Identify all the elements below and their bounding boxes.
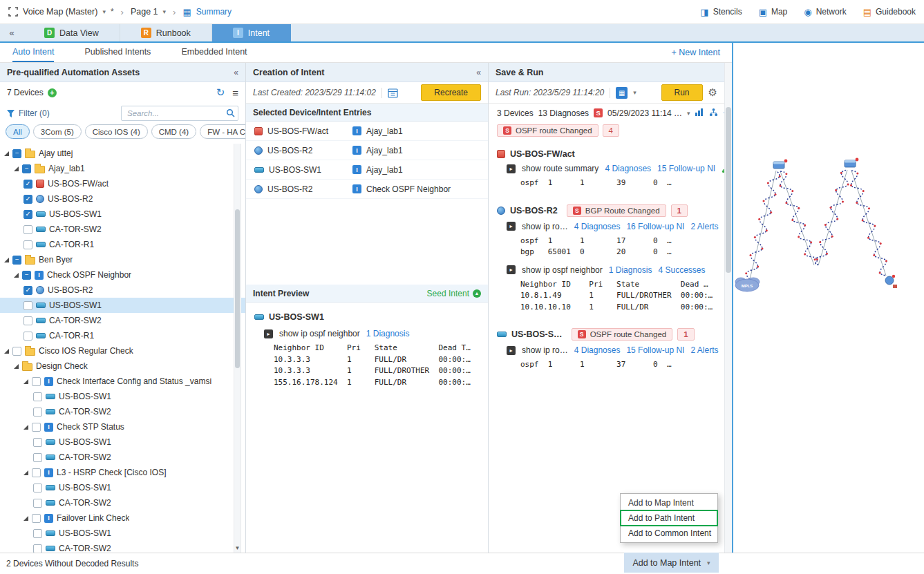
- checkbox[interactable]: [33, 529, 42, 538]
- expander-icon[interactable]: [14, 364, 19, 369]
- checkbox[interactable]: [33, 408, 42, 417]
- checkbox[interactable]: [33, 392, 42, 401]
- checkbox[interactable]: −: [12, 256, 21, 265]
- tree-item[interactable]: Design Check: [0, 358, 245, 374]
- tree-item[interactable]: US-BOS-SW1: [0, 389, 245, 404]
- device-intent-entry[interactable]: US-BOS-R2Ajay_lab1: [246, 141, 488, 160]
- filter-chip[interactable]: CMD (4): [151, 124, 196, 139]
- tab-data-view[interactable]: DData View: [23, 24, 120, 41]
- sitemap-icon[interactable]: [709, 108, 718, 119]
- tab-intent[interactable]: IIntent: [212, 24, 291, 41]
- filter-chip[interactable]: All: [6, 124, 30, 139]
- device-intent-entry[interactable]: US-BOS-SW1Ajay_lab1: [246, 160, 488, 180]
- checkbox[interactable]: [12, 347, 21, 356]
- expander-icon[interactable]: [14, 273, 19, 278]
- alert-badge[interactable]: BGP Route Changed: [567, 204, 666, 217]
- tree-item[interactable]: ✓US-BOS-SW1: [0, 207, 245, 222]
- map-node-router[interactable]: [885, 275, 897, 288]
- fullscreen-corners-icon[interactable]: [8, 7, 18, 17]
- tree-item[interactable]: CA-TOR-R1: [0, 237, 245, 252]
- run-button[interactable]: Run: [661, 84, 703, 101]
- search-input[interactable]: [121, 106, 238, 121]
- run-timestamp[interactable]: 05/29/2023 11:14 …: [607, 108, 682, 118]
- context-menu-item[interactable]: Add to Map Intent: [621, 495, 717, 510]
- page-caret-icon[interactable]: ▾: [163, 8, 167, 15]
- tree-item[interactable]: US-BOS-SW1: [0, 480, 245, 495]
- add-to-map-intent-button[interactable]: Add to Map Intent ▾: [624, 553, 719, 573]
- page-selector[interactable]: Page 1: [131, 7, 158, 17]
- checkbox[interactable]: [33, 484, 42, 492]
- panel-scrollbar-thumb[interactable]: [726, 107, 731, 273]
- expander-icon[interactable]: [23, 516, 28, 521]
- checkbox[interactable]: [23, 332, 32, 341]
- tree-item[interactable]: ✓US-BOS-R2: [0, 191, 245, 207]
- checkbox[interactable]: ✓: [23, 195, 32, 204]
- seed-intent-link[interactable]: Seed Intent: [427, 289, 481, 298]
- network-map[interactable]: MPLS: [732, 43, 924, 553]
- result-link[interactable]: 4 Diagnoses: [574, 345, 621, 355]
- checkbox[interactable]: ✓: [23, 286, 32, 295]
- summary-link[interactable]: Summary: [196, 7, 232, 17]
- checkbox[interactable]: [33, 453, 42, 462]
- result-link[interactable]: 4 Diagnoses: [605, 164, 651, 173]
- filter-label[interactable]: Filter (0): [19, 108, 50, 118]
- timestamp-caret-icon[interactable]: ▾: [687, 110, 690, 117]
- result-link[interactable]: 16 Follow-up NI: [626, 222, 684, 231]
- context-menu-item[interactable]: Add to Path Intent: [621, 510, 717, 526]
- tree-item[interactable]: CA-TOR-SW2: [0, 495, 245, 510]
- hamburger-menu-icon[interactable]: ≡: [232, 87, 238, 99]
- run-target-caret-icon[interactable]: ▾: [633, 89, 637, 96]
- result-link[interactable]: 2 Alerts: [690, 345, 718, 355]
- tree-item[interactable]: CA-TOR-SW2: [0, 313, 245, 328]
- result-link[interactable]: 4 Successes: [658, 265, 705, 275]
- expander-icon[interactable]: [4, 258, 9, 262]
- checkbox[interactable]: ✓: [23, 210, 32, 219]
- tree-item[interactable]: Check STP Status: [0, 419, 245, 434]
- subtab-auto-intent[interactable]: Auto Intent: [12, 43, 54, 62]
- tree-item[interactable]: CA-TOR-SW2: [0, 541, 245, 553]
- tree-item[interactable]: Cisco IOS Regular Check: [0, 343, 245, 358]
- checkbox[interactable]: [32, 514, 41, 523]
- tree-item[interactable]: US-BOS-SW1: [0, 434, 245, 450]
- nav-map[interactable]: ▣Map: [759, 7, 788, 17]
- result-link[interactable]: 15 Follow-up NI: [626, 345, 684, 355]
- nav-guidebook[interactable]: ▤Guidebook: [863, 7, 916, 17]
- new-intent-button[interactable]: + New Intent: [671, 48, 720, 57]
- checkbox[interactable]: [32, 377, 41, 386]
- tree-item[interactable]: −Ben Byer: [0, 252, 245, 267]
- add-device-icon[interactable]: [48, 88, 57, 97]
- checkbox[interactable]: [23, 301, 32, 310]
- report-calendar-icon[interactable]: [388, 88, 398, 98]
- checkbox[interactable]: [23, 240, 32, 249]
- map-title-caret-icon[interactable]: ▾: [102, 8, 106, 15]
- tree-item[interactable]: ✓US-BOS-R2: [0, 283, 245, 298]
- tree-item[interactable]: Check Interface Config and Status _vamsi: [0, 374, 245, 389]
- checkbox[interactable]: [23, 225, 32, 234]
- filter-chip[interactable]: 3Com (5): [33, 124, 82, 139]
- checkbox[interactable]: −: [12, 149, 21, 158]
- chart-icon[interactable]: [695, 108, 704, 119]
- alert-badge[interactable]: OSPF route Changed: [497, 124, 598, 137]
- tabbar-collapse-icon[interactable]: «: [0, 24, 23, 41]
- tree-item[interactable]: Failover Link Check: [0, 510, 245, 526]
- checkbox[interactable]: −: [22, 271, 31, 280]
- search-icon[interactable]: [226, 108, 235, 119]
- checkbox[interactable]: [33, 544, 42, 553]
- nav-network[interactable]: ◉Network: [804, 7, 846, 17]
- result-link[interactable]: 2 Alerts: [690, 222, 718, 231]
- map-cloud-mpls[interactable]: MPLS: [735, 278, 760, 291]
- checkbox[interactable]: −: [22, 164, 31, 173]
- expander-icon[interactable]: [14, 166, 19, 171]
- collapse-panel-icon[interactable]: «: [234, 68, 238, 77]
- nav-stencils[interactable]: ◨Stencils: [700, 7, 742, 17]
- expander-icon[interactable]: [4, 349, 9, 354]
- device-intent-entry[interactable]: US-BOS-R2Check OSPF Neighbor: [246, 180, 488, 199]
- checkbox[interactable]: [33, 438, 42, 447]
- tree-item[interactable]: CA-TOR-SW2: [0, 404, 245, 419]
- tree-item[interactable]: CA-TOR-SW2: [0, 450, 245, 465]
- map-node-switch-1[interactable]: [773, 160, 787, 169]
- run-target-icon[interactable]: [616, 87, 628, 99]
- alert-badge[interactable]: OSPF route Changed: [572, 328, 673, 341]
- result-link[interactable]: 1 Diagnosis: [609, 265, 652, 275]
- tab-runbook[interactable]: RRunbook: [120, 24, 212, 41]
